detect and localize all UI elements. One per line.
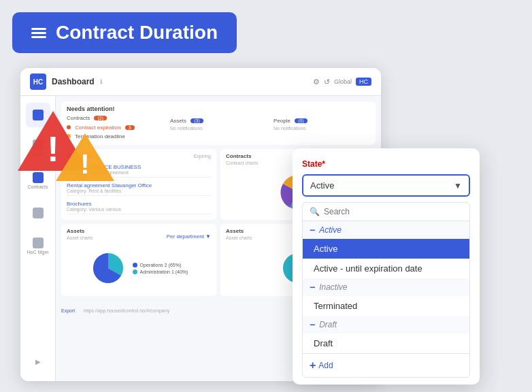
people-icon [33,208,44,218]
expiring-label: Expiring [194,154,211,159]
required-marker: * [322,159,325,169]
search-row: 🔍 [303,203,469,221]
group-header-draft: − Draft [303,316,469,333]
option-active[interactable]: Active [303,239,469,259]
option-terminated[interactable]: Terminated [303,296,469,316]
collapse-active-btn[interactable]: − [310,225,315,235]
warning-triangle-small: ! [53,129,118,185]
warning-small: ! [53,129,118,185]
chevron-down-icon: ▼ [454,181,462,191]
group-header-inactive: − Inactive [303,278,469,296]
assets-dept-sub: Asset charts [67,235,93,240]
add-row[interactable]: + Add [303,353,469,377]
header-banner: Contract Duration [12,12,237,53]
admin-dot [133,270,137,274]
legend-admin: Administration 1 (40%) [133,270,188,274]
dash-title: Dashboard [52,77,95,86]
sidebar-item-expand[interactable]: ▶ [26,349,50,374]
user-badge: HC [356,78,371,86]
dropdown-select[interactable]: Active ▼ [302,174,470,197]
sidebar-item-hoc[interactable]: HoC Mgm [26,233,50,258]
dash-topbar-right: ⚙ ↺ Global HC [313,78,371,86]
sidebar-item-people[interactable] [26,201,50,225]
dropdown-panel: State* Active ▼ 🔍 − Active Active Active… [293,148,480,385]
people-count: (0) [295,118,307,123]
group-label-draft: Draft [319,320,337,329]
search-input[interactable] [324,207,463,216]
collapse-inactive-btn[interactable]: − [310,282,315,293]
group-label-inactive: Inactive [319,282,347,292]
recent-item-2: Brochures Category: Various various [67,199,211,214]
assets-dept-header: Assets Asset charts Per department ▼ [67,228,211,244]
dash-info-icon[interactable]: ℹ [100,78,102,85]
attention-spacer2 [273,105,370,118]
people-no-notif: No notifications [273,126,370,131]
group-header-active: − Active [303,221,469,239]
assets-header: Assets (3) [170,118,267,124]
assets-dept-svg [90,250,127,287]
url-text: https://app.houseofcontrol.no/#/company [84,308,169,313]
dropdown-label: State* [302,159,470,169]
attention-assets: Assets (3) No notifications [170,105,267,131]
admin-label: Administration 1 (40%) [140,270,188,274]
people-header: People (0) [273,118,370,124]
recent-item-title-2: Brochures [67,201,211,207]
sidebar-label-hoc: HoC Mgm [27,250,49,255]
recent-item-sub-2: Category: Various various [67,207,211,212]
assets-dept-legend: Operations 2 (65%) Administration 1 (40%… [133,263,188,274]
chart-card-assets-dept: Assets Asset charts Per department ▼ [61,224,216,296]
sidebar-label-contracts: Contracts [28,184,48,189]
legend-ops: Operations 2 (65%) [133,263,188,267]
option-draft[interactable]: Draft [303,333,469,353]
expiration-count: 3 [125,125,135,130]
settings-icon[interactable]: ⚙ [313,78,320,86]
ops-dot [133,263,137,267]
sidebar-bottom: ▶ [26,349,50,378]
export-link[interactable]: Export [61,308,75,313]
global-label: Global [334,78,352,85]
dropdown-list: 🔍 − Active Active Active - until expirat… [302,202,470,378]
dropdown-selected-value: Active [310,180,334,191]
menu-icon [31,28,46,38]
header-title: Contract Duration [56,22,218,44]
attention-spacer [170,105,267,118]
collapse-draft-btn[interactable]: − [310,319,315,330]
attention-people: People (0) No notifications [273,105,370,131]
assets-dept-title: Assets [67,228,93,234]
contracts-count: (2) [94,116,107,120]
recent-item-sub-1: Category: Rent & facilities [67,189,211,193]
svg-text:!: ! [80,149,89,179]
search-icon: 🔍 [310,207,320,216]
option-active-until-expiration[interactable]: Active - until expiration date [303,259,469,278]
dash-topbar: HC Dashboard ℹ ⚙ ↺ Global HC [20,68,381,96]
dash-logo: HC [30,74,46,90]
dash-topbar-left: HC Dashboard ℹ [30,74,102,90]
expand-icon: ▶ [35,358,41,365]
assets-dept-pie: Operations 2 (65%) Administration 1 (40%… [67,244,211,292]
assets-dept-titles: Assets Asset charts [67,228,93,244]
per-department-btn[interactable]: Per department ▼ [167,233,211,240]
assets-count: (3) [190,118,203,123]
group-label-active: Active [319,225,342,235]
add-label: Add [318,361,333,370]
hoc-icon [33,238,44,248]
assets-no-notif: No notifications [170,126,267,131]
ops-label: Operations 2 (65%) [140,263,182,267]
refresh-icon[interactable]: ↺ [324,78,330,86]
add-icon: + [310,359,316,372]
